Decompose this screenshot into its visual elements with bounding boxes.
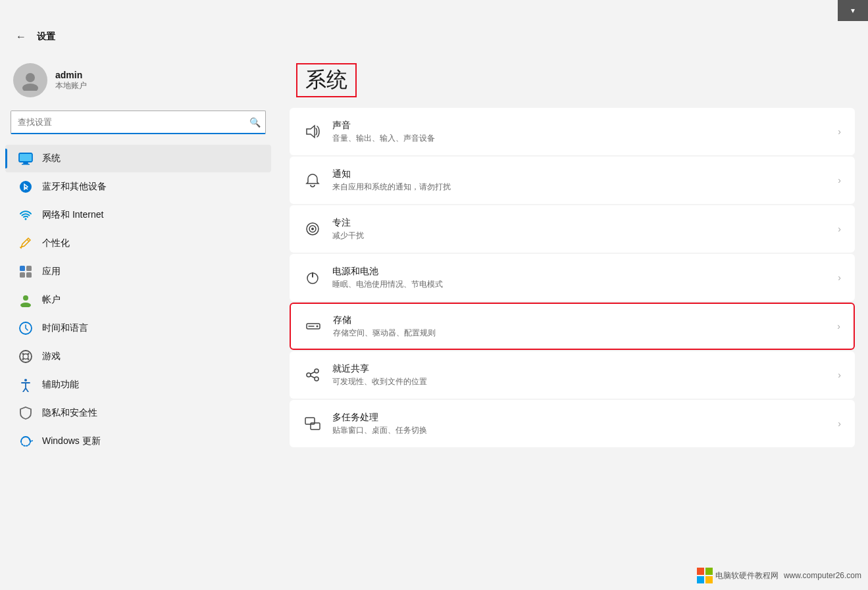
sidebar-item-personalize[interactable]: 个性化	[5, 230, 271, 257]
svg-point-5	[20, 181, 32, 193]
svg-point-11	[23, 295, 28, 301]
sidebar-item-personalize-label: 个性化	[42, 237, 70, 249]
multitask-icon	[303, 414, 322, 433]
setting-item-nearby[interactable]: 就近共享 可发现性、收到文件的位置 ›	[290, 351, 855, 399]
logo-blue	[697, 576, 704, 583]
setting-chevron-power: ›	[838, 272, 841, 283]
avatar-icon	[20, 70, 41, 91]
svg-point-24	[311, 228, 314, 230]
setting-item-sound[interactable]: 声音 音量、输出、输入、声音设备 ›	[290, 108, 855, 155]
setting-item-multitask[interactable]: 多任务处理 贴靠窗口、桌面、任务切换 ›	[290, 400, 855, 447]
sidebar-item-accessibility-label: 辅助功能	[42, 379, 79, 391]
bluetooth-icon	[18, 180, 33, 194]
svg-point-14	[20, 351, 32, 362]
user-section[interactable]: admin 本地账户	[0, 53, 276, 111]
setting-item-notification[interactable]: 通知 来自应用和系统的通知，请勿打扰 ›	[290, 157, 855, 204]
setting-title-power: 电源和电池	[332, 266, 827, 278]
setting-desc-sound: 音量、输出、输入、声音设备	[332, 133, 827, 144]
svg-point-30	[307, 373, 311, 377]
focus-icon	[303, 220, 322, 238]
svg-rect-3	[23, 162, 28, 164]
setting-text-nearby: 就近共享 可发现性、收到文件的位置	[332, 363, 827, 387]
svg-point-27	[317, 326, 319, 328]
sidebar-item-privacy[interactable]: 隐私和安全性	[5, 399, 271, 427]
titlebar: ▾	[0, 0, 868, 21]
svg-line-32	[311, 372, 315, 374]
settings-title: 设置	[37, 31, 55, 43]
setting-title-storage: 存储	[333, 314, 827, 326]
sidebar: admin 本地账户 🔍	[0, 53, 276, 590]
sidebar-item-network-label: 网络和 Internet	[42, 209, 103, 221]
sidebar-item-privacy-label: 隐私和安全性	[42, 407, 97, 419]
setting-item-storage[interactable]: 存储 存储空间、驱动器、配置规则 ›	[290, 303, 855, 350]
setting-desc-notification: 来自应用和系统的通知，请勿打扰	[332, 182, 827, 193]
nearby-icon	[303, 366, 322, 384]
setting-chevron-notification: ›	[838, 175, 841, 185]
svg-point-16	[22, 353, 24, 355]
svg-point-20	[24, 379, 27, 381]
svg-rect-9	[20, 272, 25, 278]
setting-desc-multitask: 贴靠窗口、桌面、任务切换	[332, 425, 827, 436]
search-input[interactable]	[11, 111, 266, 134]
setting-chevron-nearby: ›	[838, 370, 841, 380]
sidebar-item-network[interactable]: 网络和 Internet	[5, 201, 271, 229]
setting-title-sound: 声音	[332, 120, 827, 132]
sidebar-item-bluetooth-label: 蓝牙和其他设备	[42, 181, 107, 193]
watermark-text: 电脑软硬件教程网	[715, 570, 779, 581]
setting-item-power[interactable]: 电源和电池 睡眠、电池使用情况、节电模式 ›	[290, 254, 855, 301]
accounts-icon	[18, 293, 33, 307]
app-header: ← 设置	[0, 21, 868, 53]
sidebar-item-accounts[interactable]: 帐户	[5, 286, 271, 314]
logo-yellow	[705, 576, 713, 583]
page-title-box: 系统	[296, 63, 357, 97]
svg-point-0	[26, 73, 35, 82]
sidebar-item-accounts-label: 帐户	[42, 294, 61, 306]
svg-marker-21	[307, 126, 315, 137]
apps-icon	[18, 264, 33, 279]
accessibility-icon	[18, 378, 33, 392]
sidebar-item-bluetooth[interactable]: 蓝牙和其他设备	[5, 173, 271, 201]
watermark-url: www.computer26.com	[784, 571, 861, 580]
power-icon	[303, 268, 322, 287]
sidebar-item-apps[interactable]: 应用	[5, 258, 271, 285]
user-info: admin 本地账户	[55, 70, 87, 91]
svg-rect-2	[19, 153, 32, 162]
setting-desc-focus: 减少干扰	[332, 230, 827, 241]
sidebar-item-update-label: Windows 更新	[42, 435, 101, 447]
setting-text-focus: 专注 减少干扰	[332, 217, 827, 241]
app-window: ← 设置 admin 本地账户 �	[0, 21, 868, 590]
setting-title-focus: 专注	[332, 217, 827, 229]
dropdown-button[interactable]: ▾	[838, 0, 868, 21]
svg-point-19	[28, 358, 30, 360]
svg-point-17	[28, 353, 30, 355]
sidebar-item-system[interactable]: 系统	[5, 145, 271, 172]
sidebar-item-time-label: 时间和语言	[42, 322, 88, 334]
back-button[interactable]: ←	[11, 26, 32, 47]
titlebar-controls: ▾	[838, 0, 868, 21]
sidebar-item-gaming[interactable]: 游戏	[5, 343, 271, 370]
svg-point-29	[315, 369, 319, 373]
content-area: 系统 声音 音量、输出、输入、声音设备	[276, 53, 868, 590]
svg-point-6	[25, 218, 27, 220]
windows-logo	[697, 568, 713, 583]
user-name: admin	[55, 70, 87, 80]
svg-line-33	[311, 376, 315, 378]
setting-text-storage: 存储 存储空间、驱动器、配置规则	[333, 314, 827, 339]
sound-icon	[303, 122, 322, 141]
svg-point-31	[315, 377, 319, 381]
avatar	[13, 63, 47, 97]
time-icon	[18, 321, 33, 335]
setting-text-sound: 声音 音量、输出、输入、声音设备	[332, 120, 827, 144]
svg-rect-7	[20, 266, 25, 271]
svg-point-1	[22, 84, 38, 91]
setting-desc-power: 睡眠、电池使用情况、节电模式	[332, 279, 827, 290]
setting-item-focus[interactable]: 专注 减少干扰 ›	[290, 205, 855, 253]
sidebar-item-update[interactable]: Windows 更新	[5, 428, 271, 455]
update-icon	[18, 434, 33, 449]
watermark: 电脑软硬件教程网 www.computer26.com	[697, 568, 861, 583]
setting-chevron-sound: ›	[838, 126, 841, 137]
sidebar-item-accessibility[interactable]: 辅助功能	[5, 371, 271, 399]
sidebar-item-time[interactable]: 时间和语言	[5, 314, 271, 342]
svg-rect-10	[26, 272, 32, 278]
svg-point-12	[20, 303, 31, 307]
